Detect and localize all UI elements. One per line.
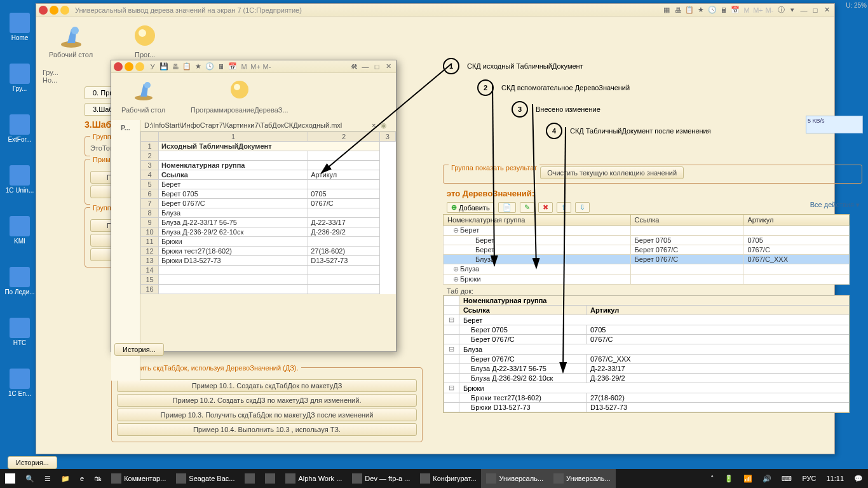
- file-tab[interactable]: D:\InfoStart\ИнфоСтарт7\Картинки7\ТабДок…: [140, 120, 396, 132]
- calc-icon[interactable]: 🖩: [216, 62, 226, 71]
- action-button[interactable]: Пример 10.3. Получить скдТабДок по макет…: [117, 409, 417, 421]
- mplus-label[interactable]: M+: [250, 62, 261, 71]
- tabdok-row[interactable]: Блуза Д-236-29/2 62-10скД-236-29/2: [444, 374, 850, 383]
- desktop-icon[interactable]: По Леди...: [4, 267, 36, 295]
- tree-row[interactable]: ⊕Брюки: [444, 274, 850, 285]
- taskview-icon[interactable]: ☰: [39, 469, 56, 488]
- taskbar-item[interactable]: [260, 469, 280, 488]
- tabdok-row[interactable]: Брюки D13-527-73D13-527-73: [444, 403, 850, 412]
- taskbar-item[interactable]: Универсаль...: [481, 469, 548, 488]
- tree-row[interactable]: ⊕Блуза: [444, 264, 850, 274]
- tree-row[interactable]: БеретБерет 07050705: [444, 236, 850, 245]
- keyboard-icon[interactable]: ⌨: [776, 469, 797, 488]
- taskbar-item[interactable]: Dev — ftp-a ...: [347, 469, 415, 488]
- volume-icon[interactable]: 🔊: [757, 469, 776, 488]
- history-button[interactable]: История...: [8, 456, 57, 469]
- star-icon[interactable]: [135, 62, 144, 71]
- dropdown-icon[interactable]: ▾: [787, 6, 797, 15]
- star-icon[interactable]: [60, 6, 69, 15]
- all-actions[interactable]: Все действия ▾: [810, 201, 860, 209]
- edit-button[interactable]: ✎: [520, 202, 534, 213]
- tree-row[interactable]: ⊖Берет: [444, 226, 850, 236]
- desktop-icon[interactable]: 1C En...: [4, 369, 36, 397]
- desktop-icon[interactable]: 1C Unin...: [4, 165, 36, 194]
- prog-section[interactable]: ПрограммированиеДереваЗ...: [191, 77, 288, 116]
- desktop-icon[interactable]: KMI: [4, 216, 36, 245]
- lang-indicator[interactable]: РУС: [797, 469, 821, 488]
- tb-icon[interactable]: У: [147, 62, 158, 71]
- tabdok-row[interactable]: Брюки тест27(18-602)27(18-602): [444, 393, 850, 403]
- tb-icon[interactable]: 🖶: [673, 6, 683, 15]
- desktop-section[interactable]: Рабочий стол: [121, 77, 165, 116]
- taskbar-item[interactable]: [240, 469, 260, 488]
- tb-icon[interactable]: 🕓: [707, 6, 717, 15]
- tb-icon[interactable]: 📋: [684, 6, 695, 15]
- taskbar-item[interactable]: Универсаль...: [548, 469, 616, 488]
- up-button[interactable]: ⇧: [557, 202, 571, 213]
- tb-icon[interactable]: 📅: [730, 6, 740, 15]
- wifi-icon[interactable]: 📶: [738, 469, 757, 488]
- tabdok-grid[interactable]: Номенклатурная группа СсылкаАртикул ⊟Бер…: [444, 295, 850, 412]
- prog-section[interactable]: Прог...: [131, 22, 159, 59]
- clear-button[interactable]: Очистить текущую коллекцию значений: [540, 166, 684, 179]
- start-button[interactable]: [0, 469, 20, 488]
- tb-icon[interactable]: ★: [193, 62, 203, 71]
- cal-icon[interactable]: 📅: [227, 62, 238, 71]
- tabdok-row[interactable]: ⊟Берет: [444, 315, 850, 325]
- tb-icon[interactable]: ★: [696, 6, 706, 15]
- maximize-button[interactable]: □: [810, 6, 820, 15]
- desktop-icon[interactable]: HTC: [4, 318, 36, 346]
- menu-icon[interactable]: ◉: [381, 121, 392, 130]
- mminus-label[interactable]: M-: [262, 62, 272, 71]
- down-button[interactable]: ⇩: [575, 202, 590, 213]
- taskbar-item[interactable]: Комментар...: [106, 469, 171, 488]
- notif-icon[interactable]: 💬: [849, 469, 868, 488]
- spreadsheet[interactable]: 123 1Исходный ТабличныйДокумент23Номенкл…: [140, 132, 396, 294]
- action-button[interactable]: Пример 10.2. Создать скдДЗ по макетуДЗ д…: [117, 394, 417, 407]
- save-icon[interactable]: 💾: [159, 62, 169, 71]
- copy-button[interactable]: 📄: [498, 202, 516, 213]
- tree-row[interactable]: БеретБерет 0767/С0767/С: [444, 245, 850, 255]
- history-button[interactable]: История...: [114, 343, 164, 356]
- taskbar-item[interactable]: Seagate Bac...: [171, 469, 240, 488]
- add-button[interactable]: ⊕Добавить: [447, 202, 494, 213]
- action-button[interactable]: Пример 10.1. Создать скдТабДок по макету…: [117, 379, 417, 392]
- tb-icon[interactable]: ▦: [661, 6, 672, 15]
- tabdok-row[interactable]: Берет 07050705: [444, 325, 850, 335]
- close-button[interactable]: ✕: [822, 6, 832, 15]
- tabdok-row[interactable]: Блуза Д-22-33/17 56-75Д-22-33/17: [444, 364, 850, 374]
- tb-icon[interactable]: 🕓: [205, 62, 215, 71]
- minimize-button[interactable]: —: [360, 62, 370, 71]
- taskbar-item[interactable]: Alpha Work ...: [280, 469, 347, 488]
- help-icon[interactable]: ⓘ: [776, 6, 786, 15]
- clock[interactable]: 11:11: [821, 469, 849, 488]
- tree-row[interactable]: БлузаБерет 0767/С0767/С_XXX: [444, 255, 850, 264]
- tb-icon[interactable]: 📋: [182, 62, 192, 71]
- minimize-icon[interactable]: [50, 6, 58, 15]
- tabdok-row[interactable]: Берет 0767/С0767/С: [444, 335, 850, 344]
- tools-icon[interactable]: 🛠: [349, 62, 359, 71]
- desktop-icon[interactable]: Гру...: [4, 64, 36, 92]
- maximize-button[interactable]: □: [372, 62, 382, 71]
- action-button[interactable]: Пример 10.4. Выполнить 10.3 , используя …: [117, 423, 417, 436]
- close-button[interactable]: ✕: [383, 62, 393, 71]
- taskbar[interactable]: 🔍 ☰ 📁 e 🛍 Комментар...Seagate Bac...Alph…: [0, 469, 868, 488]
- tree-grid[interactable]: Номенклатурная группаСсылкаАртикул ⊖Бере…: [443, 214, 850, 285]
- edge-icon[interactable]: e: [75, 469, 89, 488]
- desktop-section[interactable]: Рабочий стол: [49, 22, 93, 59]
- battery-icon[interactable]: 🔋: [719, 469, 738, 488]
- desktop-icon[interactable]: ExtFor...: [4, 114, 36, 143]
- close-tab-icon[interactable]: ×: [372, 121, 381, 130]
- print-icon[interactable]: 🖶: [170, 62, 180, 71]
- btn-icon[interactable]: [125, 62, 133, 71]
- delete-button[interactable]: ✖: [538, 202, 553, 213]
- folder-icon[interactable]: 📁: [56, 469, 75, 488]
- tb-icon[interactable]: 🖩: [719, 6, 729, 15]
- tray-expand-icon[interactable]: ˄: [705, 469, 719, 488]
- taskbar-item[interactable]: Конфигурат...: [415, 469, 481, 488]
- tabdok-row[interactable]: Берет 0767/С0767/С_XXX: [444, 355, 850, 364]
- search-icon[interactable]: 🔍: [20, 469, 39, 488]
- tabdok-row[interactable]: ⊟Блуза: [444, 344, 850, 355]
- store-icon[interactable]: 🛍: [89, 469, 106, 488]
- minimize-button[interactable]: —: [799, 6, 809, 15]
